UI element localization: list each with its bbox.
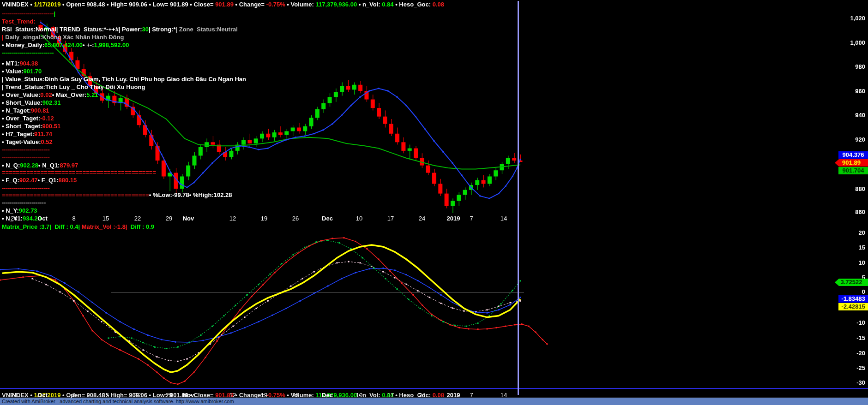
text-segment: 117,379,936.00: [315, 1, 357, 8]
axis-tick-label: 10: [833, 259, 865, 266]
text-segment: 5.21: [86, 91, 98, 98]
text-segment: 65,807,424.00: [44, 42, 83, 48]
chart-canvas[interactable]: [0, 0, 868, 405]
indicator-text-line: --------------------------|: [2, 10, 55, 18]
status-bar-text: Created with AmiBroker - advanced charti…: [2, 399, 234, 404]
text-segment: --------------------------: [2, 49, 54, 56]
text-segment: 1,998,592.00: [94, 42, 129, 48]
text-segment: • Volume:: [285, 1, 316, 8]
axis-tick-label: 880: [833, 185, 865, 192]
axis-tick-label: -25: [833, 364, 865, 371]
text-segment: • Money_Daily:: [2, 42, 44, 48]
text-segment: Diff : 0.4|: [51, 223, 80, 230]
indicator-text-line: Test_Trend:: [2, 18, 36, 25]
date-tick-label: Nov: [183, 215, 194, 222]
indicator-text-line: • Over_Value:0.02• Max_Over:5.21: [2, 91, 98, 99]
date-tick-label: 24: [11, 215, 17, 222]
text-segment: • Value:: [2, 68, 23, 75]
text-segment: 880.15: [59, 177, 77, 184]
matrix-status-line: Matrix_Price :3.7| Diff : 0.4| Matrix_Vo…: [2, 223, 154, 231]
indicator-text-line: RSI_Status:Normal| TREND_Status:*-++#| P…: [2, 26, 238, 33]
price-tag: -1.83483: [838, 295, 868, 303]
text-segment: • n_Vol:: [357, 1, 382, 8]
indicator-text-line: • H7_Taget:911.74: [2, 131, 52, 138]
date-tick-label: 29: [166, 215, 172, 222]
status-bar: Created with AmiBroker - advanced charti…: [0, 398, 868, 405]
text-segment: 904.38: [20, 60, 38, 67]
text-segment: 0.02: [40, 91, 52, 98]
text-segment: 902.28: [20, 162, 38, 169]
text-segment: 900.51: [42, 123, 60, 130]
indicator-text-line: • Taget-Value:0.52: [2, 138, 53, 146]
price-tag: 901.89: [835, 159, 868, 167]
text-segment: | Strong:*: [149, 26, 176, 33]
axis-tick-label: 860: [833, 208, 865, 215]
indicator-text-line: ------------------------: [2, 146, 50, 154]
text-segment: • Open= 908.48 • High= 909.06 • Low= 901…: [60, 1, 215, 8]
indicator-text-line: • MT1:904.38: [2, 60, 38, 67]
indicator-text-line: • N_Taget:900.81: [2, 107, 49, 114]
text-segment: 0.08: [433, 1, 444, 8]
price-tag: 3.72522: [835, 279, 868, 286]
text-segment: | Trend_Status:Tich Luy _ Cho Thay Đôi X…: [2, 83, 145, 90]
text-segment: • +-:: [83, 42, 94, 48]
text-segment: 902.73: [19, 207, 37, 214]
date-axis[interactable]: 24Oct8152229Nov121926Dec1017242019714: [0, 215, 868, 223]
text-segment: • Max_Over:: [52, 91, 87, 98]
text-segment: • Short_Value:: [2, 99, 42, 106]
text-segment: • Short_Taget:: [2, 123, 42, 130]
axis-tick-label: -15: [833, 334, 865, 341]
date-tick-label: 14: [500, 215, 507, 222]
text-segment: • Change=: [234, 1, 266, 8]
indicator-text-line: • Short_Value:902.31: [2, 99, 60, 107]
axis-tick-label: 920: [833, 136, 865, 143]
text-segment: 0.52: [41, 138, 53, 145]
text-segment: • Over_Value:: [2, 91, 40, 98]
text-segment: 901.70: [23, 68, 42, 75]
date-tick-label: 12: [229, 215, 236, 222]
indicator-text-line: ----------------------: [2, 199, 46, 207]
indicator-text-line: • N_Q:902.28• N_Q1:879.97: [2, 162, 78, 169]
text-segment: -0.75%: [266, 1, 285, 8]
text-segment: |: [54, 10, 56, 17]
text-segment: 0.84: [382, 1, 393, 8]
text-segment: • N_Y:: [2, 207, 19, 214]
text-segment: • Heso_Goc:: [394, 1, 433, 8]
text-segment: ----------------------: [2, 199, 46, 206]
date-tick-label: 10: [356, 215, 362, 222]
text-segment: 879.97: [60, 162, 78, 169]
text-segment: • %Low:-99.78• %High:102.28: [149, 191, 232, 198]
indicator-text-line: | Daily_singal:Không Xác Nhân Hành Đông: [2, 34, 124, 41]
date-tick-label: 19: [261, 215, 267, 222]
indicator-text-line: • Money_Daily:65,807,424.00• +-:1,998,59…: [2, 42, 129, 49]
axis-tick-label: 1,020: [833, 15, 865, 22]
text-segment: Matrix_Price :3.7|: [2, 223, 51, 230]
text-segment: 1/17/2019: [34, 1, 61, 8]
text-segment: ========================================…: [2, 191, 149, 198]
text-segment: 30: [142, 26, 148, 33]
price-tag: -2.42815: [838, 303, 868, 310]
date-tick-label: 17: [387, 215, 394, 222]
title-bar: VNINDEX • 1/17/2019 • Open= 908.48 • Hig…: [2, 1, 444, 8]
text-segment: --------------------------: [2, 10, 54, 17]
axis-tick-label: -20: [833, 350, 865, 357]
text-segment: Test_Trend:: [2, 18, 36, 25]
text-segment: ========================================…: [2, 169, 156, 176]
text-segment: • Over_Taget:: [2, 115, 40, 122]
axis-tick-label: 15: [833, 244, 865, 251]
axis-tick-label: 0: [833, 288, 865, 295]
axis-tick-label: -30: [833, 379, 865, 386]
text-segment: RSI_Status:Normal| TREND_Status:*-++#| P…: [2, 26, 142, 33]
indicator-text-line: ------------------------: [2, 154, 50, 161]
indicator-text-line: | Trend_Status:Tich Luy _ Cho Thay Đôi X…: [2, 83, 145, 91]
indicator-text-line: • N_Y:902.73: [2, 207, 37, 214]
text-segment: • N_Taget:: [2, 107, 31, 114]
axis-tick-label: 980: [833, 63, 865, 70]
text-segment: • N_Q1:: [38, 162, 60, 169]
axis-tick-label: 20: [833, 229, 865, 236]
date-tick-label: 7: [470, 215, 473, 222]
price-tag: 901.704: [838, 167, 868, 174]
text-segment: | Zone_Status:Neutral: [175, 26, 237, 33]
price-tag: 904.376: [838, 151, 868, 159]
text-segment: VNINDEX •: [2, 1, 34, 8]
